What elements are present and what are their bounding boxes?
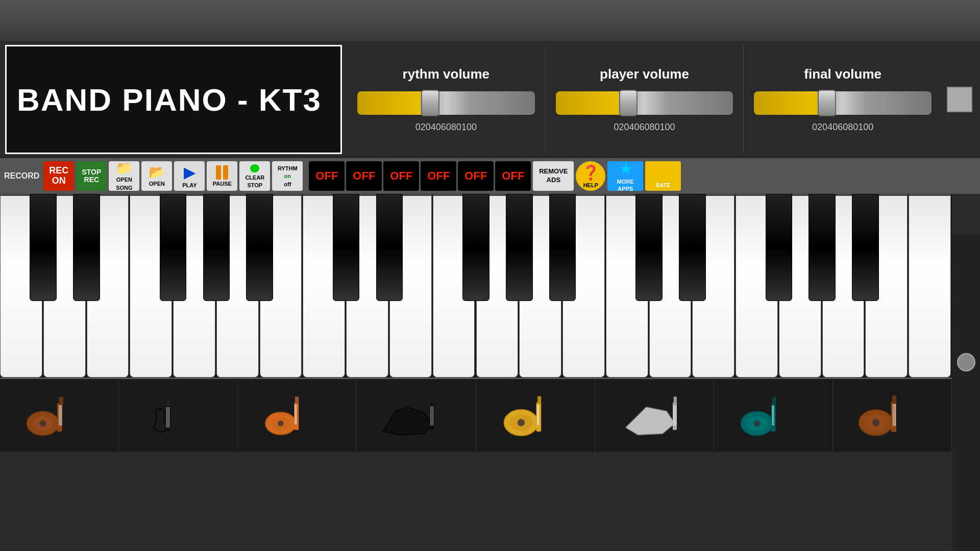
off-buttons-group: OFF OFF OFF OFF OFF OFF: [309, 161, 531, 191]
scroll-circle[interactable]: [957, 353, 975, 371]
pause-button[interactable]: PAUSE: [207, 161, 237, 191]
piano-keys: [0, 194, 952, 378]
off-button-2[interactable]: OFF: [346, 161, 382, 191]
black-key-2-1[interactable]: [679, 194, 706, 301]
black-key-0-5[interactable]: [246, 194, 273, 301]
help-button[interactable]: ❓ HELP: [576, 161, 605, 191]
player-slider-container: [556, 91, 733, 115]
remove-ads-button[interactable]: REMOVE ADS: [533, 161, 574, 191]
green-dot-icon: [250, 164, 259, 172]
pause-icon: [216, 165, 228, 180]
final-volume-slider[interactable]: [754, 91, 932, 115]
black-key-1-5[interactable]: [549, 194, 576, 301]
player-volume-label: player volume: [600, 66, 689, 82]
guitar-7-item[interactable]: [714, 379, 833, 452]
folder-icon: 📁: [116, 161, 132, 174]
svg-point-19: [278, 420, 284, 426]
final-scale: 020406080100: [810, 122, 875, 133]
question-icon: ❓: [582, 164, 600, 181]
svg-rect-21: [431, 397, 434, 405]
stop-rec-button[interactable]: STOP REC: [76, 161, 107, 191]
black-key-1-4[interactable]: [506, 194, 533, 301]
rate-button[interactable]: ★ RATE: [645, 161, 681, 191]
guitar-3-item[interactable]: [238, 379, 357, 452]
rythm-slider-container: [357, 91, 535, 115]
svg-point-7: [40, 420, 46, 427]
volume-section: rythm volume 020406080100 player volume …: [347, 45, 942, 154]
black-key-2-3[interactable]: [766, 194, 793, 301]
guitar-3-svg: [256, 385, 338, 446]
small-square-button[interactable]: [947, 87, 972, 112]
header-row: BAND PIANO - KT3 rythm volume 0204060801…: [0, 41, 980, 158]
open-folder-icon: 📂: [149, 165, 165, 179]
guitar-4-item[interactable]: [357, 379, 476, 452]
more-apps-button[interactable]: ★ MORE APPS: [607, 161, 643, 191]
svg-rect-47: [892, 396, 896, 404]
svg-rect-28: [537, 396, 541, 404]
svg-point-43: [753, 420, 760, 427]
right-sidebar: ◀: [952, 235, 980, 551]
off-button-6[interactable]: OFF: [495, 161, 531, 191]
svg-point-31: [517, 419, 524, 426]
more-apps-icon: ★: [619, 161, 632, 178]
rythm-volume-control: rythm volume 020406080100: [347, 45, 545, 154]
piano-and-sidebar: ◀: [0, 194, 980, 469]
top-bar: [0, 0, 980, 41]
black-key-1-1[interactable]: [376, 194, 403, 301]
final-volume-label: final volume: [804, 66, 881, 82]
black-key-0-4[interactable]: [203, 194, 230, 301]
guitar-2-svg: [137, 385, 219, 446]
off-button-3[interactable]: OFF: [383, 161, 419, 191]
piano-container: [0, 194, 952, 378]
svg-rect-3: [59, 397, 63, 405]
svg-rect-16: [295, 396, 299, 404]
guitar-8-item[interactable]: [833, 379, 952, 452]
player-volume-control: player volume 020406080100: [545, 45, 744, 154]
rec-on-button[interactable]: REC ON: [43, 161, 74, 191]
player-volume-slider[interactable]: [556, 91, 733, 115]
play-icon: ▶: [184, 164, 195, 181]
clear-stop-button[interactable]: CLEAR STOP: [239, 161, 270, 191]
guitar-row: [0, 378, 952, 452]
off-button-1[interactable]: OFF: [309, 161, 345, 191]
white-key-21[interactable]: [909, 194, 951, 378]
rythm-volume-label: rythm volume: [403, 66, 490, 82]
svg-rect-33: [673, 396, 676, 404]
play-button[interactable]: ▶ PLAY: [174, 161, 205, 191]
black-key-2-0[interactable]: [635, 194, 663, 301]
rythm-volume-slider[interactable]: [357, 91, 535, 115]
guitar-5-svg: [495, 385, 576, 446]
rythm-scale: 020406080100: [413, 122, 479, 133]
svg-rect-9: [167, 399, 170, 406]
final-volume-control: final volume 020406080100: [743, 45, 942, 154]
player-scale: 020406080100: [611, 122, 677, 133]
off-button-4[interactable]: OFF: [421, 161, 456, 191]
title-box: BAND PIANO - KT3: [5, 45, 342, 154]
svg-rect-2: [57, 403, 62, 432]
guitar-6-svg: [614, 385, 695, 446]
guitar-7-svg: [732, 385, 814, 446]
black-key-0-0[interactable]: [30, 194, 57, 301]
guitar-1-item[interactable]: [0, 379, 119, 452]
open-button[interactable]: 📂 OPEN: [141, 161, 172, 191]
toolbar-row: RECORD REC ON STOP REC 📁 OPEN SONG 📂 OPE…: [0, 158, 980, 194]
app-title: BAND PIANO - KT3: [17, 82, 322, 118]
record-label: RECORD: [4, 171, 39, 181]
black-key-1-3[interactable]: [462, 194, 489, 301]
black-key-0-1[interactable]: [73, 194, 100, 301]
guitar-1-svg: [18, 385, 100, 446]
black-key-2-4[interactable]: [808, 194, 836, 301]
black-key-2-5[interactable]: [852, 194, 879, 301]
final-slider-container: [754, 91, 932, 115]
guitar-6-item[interactable]: [595, 379, 714, 452]
open-song-button[interactable]: 📁 OPEN SONG: [109, 161, 139, 191]
rate-star-icon: ★: [657, 164, 670, 181]
svg-point-51: [872, 419, 879, 426]
black-key-1-0[interactable]: [333, 194, 360, 301]
guitar-4-svg: [375, 385, 457, 446]
guitar-2-item[interactable]: [119, 379, 238, 452]
black-key-0-3[interactable]: [160, 194, 187, 301]
guitar-5-item[interactable]: [476, 379, 595, 452]
off-button-5[interactable]: OFF: [458, 161, 494, 191]
rythm-button[interactable]: RYTHM on off: [272, 161, 303, 191]
